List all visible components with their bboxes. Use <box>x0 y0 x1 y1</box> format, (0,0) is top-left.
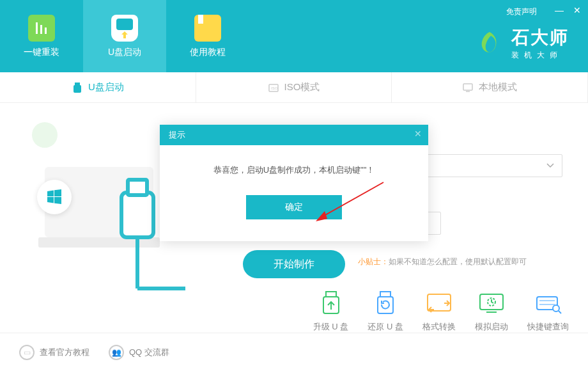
ok-label: 确定 <box>285 201 303 213</box>
modal-overlay: 提示 ✕ 恭喜您，启动U盘制作成功，本机启动键""！ 确定 <box>0 0 588 371</box>
dialog: 提示 ✕ 恭喜您，启动U盘制作成功，本机启动键""！ 确定 <box>160 125 428 241</box>
dialog-body: 恭喜您，启动U盘制作成功，本机启动键""！ 确定 <box>160 145 428 241</box>
dialog-header: 提示 ✕ <box>160 125 428 145</box>
dialog-close-button[interactable]: ✕ <box>414 129 422 139</box>
dialog-title: 提示 <box>169 129 185 141</box>
dialog-message: 恭喜您，启动U盘制作成功，本机启动键""！ <box>173 164 415 176</box>
dialog-ok-button[interactable]: 确定 <box>246 195 342 219</box>
